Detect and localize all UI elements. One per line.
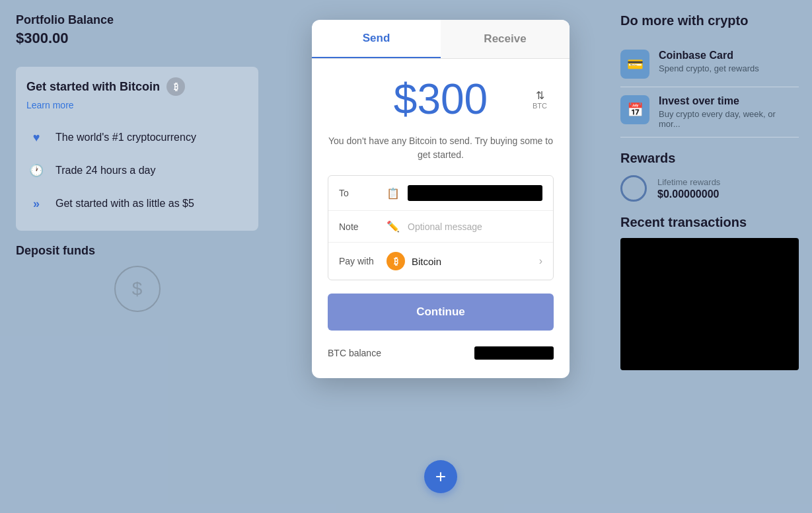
- get-started-title: Get started with Bitcoin: [26, 80, 160, 94]
- lifetime-rewards-value: $0.00000000: [657, 188, 720, 200]
- deposit-funds-section: Deposit funds $: [16, 244, 258, 312]
- coinbase-card-promo[interactable]: 💳 Coinbase Card Spend crypto, get reward…: [620, 42, 799, 87]
- invest-icon: 📅: [620, 95, 649, 124]
- to-input[interactable]: [408, 185, 542, 201]
- feature-item-1: ♥ The world's #1 cryptocurrency: [26, 121, 248, 154]
- recent-transactions-title: Recent transactions: [620, 215, 799, 230]
- rewards-row: Lifetime rewards $0.00000000: [620, 175, 799, 202]
- to-label: To: [339, 188, 379, 198]
- pay-with-content: ₿ Bitcoin: [387, 252, 531, 270]
- address-book-icon: 📋: [387, 187, 400, 200]
- currency-toggle[interactable]: ⇅ BTC: [533, 89, 547, 110]
- chevron-double-icon: »: [26, 194, 46, 214]
- btc-balance-value: [474, 346, 554, 360]
- note-input[interactable]: Optional message: [408, 221, 542, 232]
- btc-balance-label: BTC balance: [328, 348, 381, 358]
- modal-body: $300 ⇅ BTC You don't have any Bitcoin to…: [312, 59, 570, 378]
- form-fields: To 📋 Note ✏️ Optional message Pay with: [328, 175, 554, 280]
- bitcoin-icon: ₿: [166, 77, 185, 96]
- tab-receive[interactable]: Receive: [441, 20, 570, 58]
- coinbase-card-title: Coinbase Card: [659, 50, 759, 61]
- center-area: Send Receive $300 ⇅ BTC You don't have a…: [274, 0, 607, 513]
- coinbase-card-desc: Spend crypto, get rewards: [659, 63, 759, 73]
- rewards-info: Lifetime rewards $0.00000000: [657, 177, 720, 200]
- left-panel: Portfolio Balance $300.00 Get started wi…: [0, 0, 274, 513]
- do-more-title: Do more with crypto: [620, 13, 799, 28]
- invest-over-time-promo[interactable]: 📅 Invest over time Buy crypto every day,…: [620, 87, 799, 138]
- rewards-section: Rewards Lifetime rewards $0.00000000: [620, 151, 799, 202]
- get-started-section: Get started with Bitcoin ₿ Learn more ♥ …: [16, 67, 258, 231]
- coinbase-card-icon: 💳: [620, 50, 649, 79]
- invest-desc: Buy crypto every day, week, or mor...: [659, 109, 799, 129]
- deposit-circle-icon[interactable]: $: [114, 266, 161, 312]
- rewards-title: Rewards: [620, 151, 799, 166]
- tab-send[interactable]: Send: [312, 20, 441, 58]
- modal-tabs: Send Receive: [312, 20, 570, 59]
- invest-info: Invest over time Buy crypto every day, w…: [659, 95, 799, 129]
- heart-icon: ♥: [26, 128, 46, 147]
- amount-display: $300 ⇅ BTC: [328, 75, 554, 124]
- feature-item-3: » Get started with as little as $5: [26, 187, 248, 220]
- note-label: Note: [339, 221, 379, 232]
- send-receive-modal: Send Receive $300 ⇅ BTC You don't have a…: [312, 20, 570, 378]
- feature-list: ♥ The world's #1 cryptocurrency 🕐 Trade …: [26, 121, 248, 220]
- feature-item-2: 🕐 Trade 24 hours a day: [26, 154, 248, 187]
- warning-text: You don't have any Bitcoin to send. Try …: [328, 134, 554, 162]
- currency-label: BTC: [533, 102, 547, 110]
- recent-transactions-image: [620, 238, 799, 370]
- pay-with-row[interactable]: Pay with ₿ Bitcoin ›: [328, 243, 553, 280]
- to-row: To 📋: [328, 176, 553, 211]
- invest-title: Invest over time: [659, 95, 799, 107]
- note-row: Note ✏️ Optional message: [328, 211, 553, 243]
- clock-icon: 🕐: [26, 161, 46, 180]
- deposit-funds-title: Deposit funds: [16, 244, 258, 258]
- coinbase-card-info: Coinbase Card Spend crypto, get rewards: [659, 50, 759, 73]
- portfolio-balance-label: Portfolio Balance: [16, 13, 258, 27]
- portfolio-balance-value: $300.00: [16, 30, 258, 47]
- right-panel: Do more with crypto 💳 Coinbase Card Spen…: [607, 0, 812, 513]
- lifetime-rewards-label: Lifetime rewards: [657, 177, 720, 187]
- pay-with-name: Bitcoin: [412, 256, 441, 267]
- amount-value: $300: [394, 75, 488, 123]
- learn-more-link[interactable]: Learn more: [26, 100, 248, 110]
- toggle-arrows-icon: ⇅: [536, 89, 544, 102]
- rewards-circle-icon: [620, 175, 647, 202]
- btc-balance-row: BTC balance: [328, 341, 554, 365]
- continue-button[interactable]: Continue: [328, 294, 554, 331]
- pay-with-label: Pay with: [339, 256, 379, 266]
- plus-button[interactable]: +: [424, 460, 457, 493]
- chevron-right-icon: ›: [539, 255, 542, 267]
- pencil-icon: ✏️: [387, 220, 400, 233]
- bitcoin-orange-icon: ₿: [387, 252, 405, 270]
